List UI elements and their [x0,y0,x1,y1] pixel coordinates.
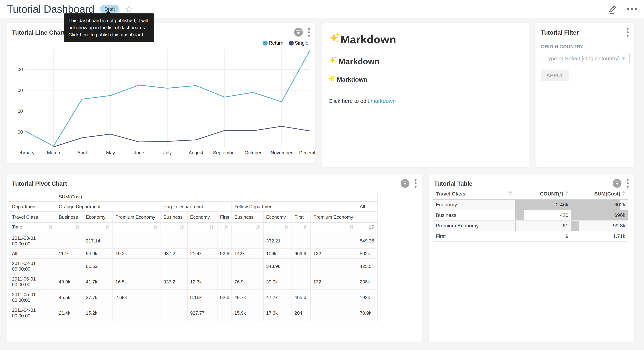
x-axis-tick: August [189,150,204,156]
legend-item-single[interactable]: Single [289,40,308,46]
publish-tooltip[interactable]: This dashboard is not published, it will… [64,14,154,42]
pivot-value-cell: 549.35 [357,233,378,249]
chart-legend: ReturnSingle [263,40,308,46]
sort-toggle-icon[interactable] [209,224,214,231]
pivot-value-cell [292,233,310,249]
legend-item-return[interactable]: Return [263,40,283,46]
origin-country-select[interactable]: Type or Select [Origin Country] [541,53,630,64]
sort-toggle-icon[interactable] [179,224,185,231]
pivot-data-row: 2011-05-01 00:00:0045.5k37.7k2.69k8.16k9… [9,290,378,305]
markdown-edit-link[interactable]: markdown [370,98,396,104]
caret-down-icon [622,58,625,60]
markdown-paragraph: Click here to edit markdown [328,98,522,104]
pivot-row-label: 2011-02-01 00:00:00 [9,258,56,274]
sort-toggle-icon[interactable] [152,224,158,231]
chart-menu-kebab-icon[interactable] [308,28,310,37]
x-axis-tick: September [213,150,236,156]
x-axis-tick: April [77,150,87,156]
pivot-dim-col-label: Travel Class [9,212,56,222]
pivot-value-cell: 81.52 [83,258,113,274]
x-axis-tick: November [271,150,292,156]
pivot-value-cell: 76.9k [232,274,264,290]
x-axis-tick: February [18,150,34,156]
pivot-value-cell [292,258,310,274]
chart-filter-badge-icon[interactable] [401,179,410,188]
chart-menu-kebab-icon[interactable] [626,179,629,188]
pivot-value-cell [113,305,161,321]
edit-dashboard-icon[interactable] [608,4,617,14]
x-axis-tick: October [245,150,262,156]
pivot-value-cell: 343.98 [264,258,292,274]
cell-count: 420 [515,210,571,220]
favorite-star-icon[interactable] [126,5,133,13]
pivot-value-cell: 49.7k [232,290,264,305]
page-title[interactable]: Tutorial Dashboard [7,3,94,15]
pivot-value-cell: 47.7k [264,290,292,305]
line-chart-plot[interactable]: 200400600800FebruaryMarchAprilMayJuneJul… [18,47,315,158]
series-line-single [54,126,310,147]
cell-sum-cost: 1.71k [571,231,628,242]
sort-carets-icon[interactable] [509,190,512,197]
sparkles-icon [328,56,337,67]
pivot-row-label: 2011-04-01 00:00:00 [9,305,56,321]
pivot-value-cell: 217.14 [83,233,113,249]
pivot-value-cell: 142k [232,249,264,258]
col-header-sum-cost[interactable]: SUM(Cost) [571,188,628,200]
pivot-value-cell: 17.3k [264,305,292,321]
sort-carets-icon[interactable] [565,190,568,197]
tutorial-table: Travel Class COUNT(*) SUM(Cost) Economy2… [433,188,628,242]
pivot-value-cell [113,258,161,274]
pivot-value-cell: 41.7k [83,274,113,290]
pivot-sort-cell [56,222,83,233]
col-header-count[interactable]: COUNT(*) [515,188,571,200]
pivot-value-cell [217,305,232,321]
sort-toggle-icon[interactable] [302,224,308,231]
sort-toggle-icon[interactable] [104,224,110,231]
pivot-value-cell: 21.4k [188,249,217,258]
cell-sum-cost: 99.8k [571,220,628,231]
chart-menu-kebab-icon[interactable] [626,28,629,37]
pivot-sort-cell [264,222,292,233]
pivot-table: SUM(Cost) Department Orange Department P… [9,192,378,321]
pivot-value-cell [310,233,357,249]
pivot-value-cell [56,233,83,249]
sort-toggle-icon[interactable] [349,224,354,231]
sort-toggle-icon[interactable] [224,224,229,231]
pivot-empty-cell [9,192,56,202]
y-axis-tick: 600 [18,88,23,93]
pivot-data-row: All117k94.9k19.2k937.221.4k92.6142k106k6… [9,249,378,258]
x-axis-tick: March [47,150,60,156]
pivot-subcolumn-header: Premium Economy [310,212,357,222]
apply-filter-button[interactable]: APPLY [541,70,569,82]
sort-toggle-icon[interactable] [75,224,80,231]
pivot-group-row: Department Orange Department Purple Depa… [9,202,378,212]
pivot-value-cell: 19.2k [113,249,161,258]
legend-dot [289,40,294,46]
sort-toggle-icon[interactable] [255,224,261,231]
chart-menu-kebab-icon[interactable] [414,179,417,188]
pivot-value-cell: 92.6 [217,249,232,258]
col-header-travel-class[interactable]: Travel Class [433,188,515,200]
chart-filter-badge-icon[interactable] [294,28,303,37]
sort-toggle-icon[interactable] [284,224,289,231]
chart-filter-badge-icon[interactable] [613,179,622,188]
more-actions-ellipsis-icon[interactable] [626,8,637,10]
pivot-row-label: 2011-06-01 00:00:00 [9,274,56,290]
sort-carets-icon[interactable] [622,190,625,197]
pivot-value-cell [161,233,188,249]
sort-toggle-icon[interactable] [48,224,53,231]
pivot-group-purple: Purple Department [161,202,232,212]
table-panel: Tutorial Table Travel Class COUNT(*) SUM… [429,174,634,342]
x-axis-tick: May [106,150,115,156]
pivot-group-all: All [357,202,378,212]
sort-desc-active-icon[interactable] [368,224,375,231]
markdown-h1: Markdown [328,32,522,47]
pivot-metric-row: SUM(Cost) [9,192,378,202]
cell-count: 2.46k [515,200,571,210]
pivot-value-cell [161,305,188,321]
table-row: First91.71k [433,231,628,242]
pivot-value-cell: 937.2 [161,249,188,258]
pivot-time-label: Time [12,224,22,230]
pivot-value-cell [310,290,357,305]
pivot-value-cell [56,258,83,274]
